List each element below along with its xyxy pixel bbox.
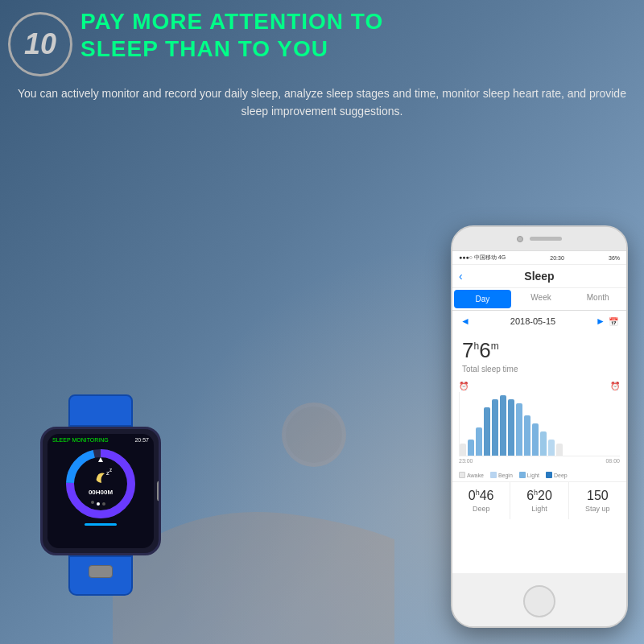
watch-strap-bottom (68, 555, 133, 596)
phone: ●●●○ 中国移动 4G 20:30 36% ‹ Sleep Day Week (451, 225, 628, 628)
legend-deep: Deep (546, 472, 568, 478)
svg-marker-5 (98, 457, 103, 462)
prev-date-button[interactable]: ◄ (460, 316, 470, 327)
chart-bar (556, 444, 563, 456)
legend-begin-color (490, 472, 497, 478)
stage-deep-label: Deep (456, 505, 506, 513)
status-time: 20:30 (550, 255, 564, 261)
circle-number: 10 (24, 27, 56, 61)
headline: PAY MORE ATTENTION TO SLEEP THAN TO YOU (80, 8, 636, 62)
phone-bottom (452, 573, 626, 628)
stage-stayup-label: Stay up (572, 505, 623, 513)
svg-point-1 (286, 407, 342, 463)
chart-time-labels: 23:00 08:00 (459, 456, 620, 465)
legend-light: Light (519, 472, 539, 478)
svg-text:Z: Z (109, 468, 112, 473)
alarm-start-icon: ⏰ (459, 382, 469, 390)
phone-speaker (530, 237, 562, 241)
sleep-donut-chart: Z Z 00H00M (64, 448, 137, 520)
chart-end-time: 08:00 (605, 458, 620, 464)
chart-bar (532, 423, 539, 456)
tab-bar[interactable]: Day Week Month (452, 288, 626, 311)
tab-month[interactable]: Month (569, 288, 626, 310)
chart-bar (476, 427, 482, 456)
stage-deep: 0h46 Deep (452, 482, 510, 519)
chart-bar (460, 444, 466, 456)
chart-bar (500, 395, 506, 456)
legend-awake-color (459, 472, 465, 478)
watch-screen: SLEEP MONITORING 20:57 (47, 434, 154, 548)
stage-light-value: 6h20 (514, 489, 564, 503)
chart-start-time: 23:00 (459, 458, 473, 464)
status-battery: 36% (609, 255, 620, 261)
phone-top-bar (452, 227, 626, 251)
svg-point-10 (97, 502, 100, 506)
watch-case: SLEEP MONITORING 20:57 (40, 427, 161, 555)
watch-screen-header: SLEEP MONITORING 20:57 (47, 434, 154, 446)
svg-point-9 (91, 501, 94, 504)
chart-bar (484, 407, 490, 456)
chart-icons: ⏰ ⏰ (459, 380, 620, 392)
stage-stayup: 150 Stay up (569, 482, 626, 519)
home-button[interactable] (523, 585, 555, 617)
legend-light-color (519, 472, 526, 478)
chart-bar (508, 399, 514, 456)
sleep-time-display: 7h6m Total sleep time (452, 332, 626, 377)
stage-light-label: Light (514, 505, 564, 513)
watch-body: SLEEP MONITORING 20:57 (40, 394, 161, 596)
alarm-end-icon: ⏰ (610, 382, 620, 390)
sleep-stages: 0h46 Deep 6h20 Light 150 Stay up (452, 481, 626, 519)
tab-day[interactable]: Day (454, 290, 511, 308)
chart-bar (492, 399, 498, 456)
watch-buckle (89, 565, 113, 578)
watch-indicator-bar (85, 523, 117, 526)
chart-bar (516, 403, 522, 456)
stage-light: 6h20 Light (510, 482, 568, 519)
chart-bar (468, 440, 474, 456)
watch-sleep-label: SLEEP MONITORING (52, 437, 109, 443)
description-text: You can actively monitor and record your… (16, 85, 628, 121)
sleep-chart: ⏰ ⏰ (452, 377, 626, 469)
legend-begin: Begin (490, 472, 513, 478)
chart-bar (548, 440, 555, 456)
phone-camera (517, 236, 523, 242)
sleep-chart-area (459, 392, 620, 456)
stage-deep-value: 0h46 (456, 489, 506, 503)
back-arrow-icon[interactable]: ‹ (459, 270, 463, 283)
phone-outer: ●●●○ 中国移动 4G 20:30 36% ‹ Sleep Day Week (451, 225, 628, 628)
current-date: 2018-05-15 (510, 316, 555, 326)
sleep-hours: 7h6m (462, 338, 617, 363)
app-header: ‹ Sleep (452, 265, 626, 288)
next-date-button[interactable]: ► (596, 316, 605, 327)
app-title: Sleep (524, 270, 554, 283)
status-carrier: ●●●○ 中国移动 4G (459, 254, 506, 262)
svg-point-11 (102, 502, 105, 506)
watch-strap-top (68, 394, 133, 427)
chart-bar (540, 431, 547, 456)
legend-awake: Awake (459, 472, 484, 478)
calendar-icon: 📅 (609, 317, 618, 326)
tab-week[interactable]: Week (513, 288, 570, 310)
watch-time: 20:57 (134, 437, 149, 443)
status-bar: ●●●○ 中国移动 4G 20:30 36% (452, 251, 626, 265)
legend-deep-color (546, 472, 552, 478)
chart-bar (524, 415, 530, 456)
date-navigation: ◄ 2018-05-15 ► 📅 (452, 311, 626, 332)
svg-text:00H00M: 00H00M (89, 489, 114, 496)
top-section: 10 PAY MORE ATTENTION TO SLEEP THAN TO Y… (8, 8, 636, 76)
sleep-legend: Awake Begin Light Deep (452, 469, 626, 481)
sleep-total-label: Total sleep time (462, 365, 617, 374)
smartwatch: SLEEP MONITORING 20:57 (24, 394, 177, 596)
next-date-area: ► 📅 (596, 316, 618, 327)
watch-side-button (157, 481, 161, 502)
stage-stayup-value: 150 (572, 489, 623, 503)
phone-screen: ●●●○ 中国移动 4G 20:30 36% ‹ Sleep Day Week (452, 251, 626, 573)
headline-container: PAY MORE ATTENTION TO SLEEP THAN TO YOU (80, 8, 636, 62)
number-circle: 10 (8, 12, 72, 76)
